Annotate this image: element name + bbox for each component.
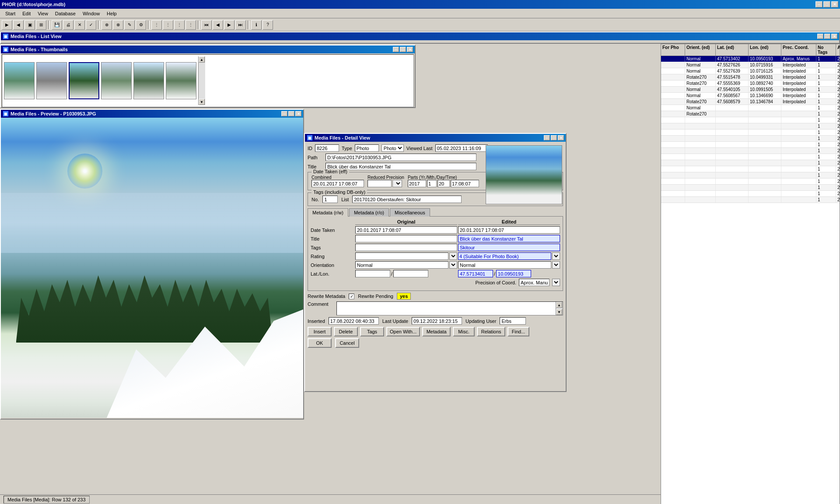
app-close-button[interactable]: ✕ (831, 1, 838, 7)
grid-cell[interactable]: 1 (816, 56, 836, 62)
relations-button[interactable]: Relations (477, 327, 505, 336)
grid-cell[interactable]: 1 (816, 93, 836, 98)
grid-cell[interactable] (749, 117, 781, 123)
grid-cell[interactable]: 47.5608579 (716, 99, 749, 105)
grid-cell[interactable] (749, 191, 781, 196)
grid-cell[interactable] (749, 136, 781, 141)
comment-textarea[interactable] (337, 302, 556, 315)
find-button[interactable]: Find... (508, 327, 529, 336)
table-row[interactable]: 120180120 (661, 191, 840, 197)
grid-cell[interactable] (685, 148, 716, 154)
grid-cell[interactable] (781, 130, 816, 135)
table-row[interactable]: Rotate27047.555536910.0892740Interpolate… (661, 80, 840, 87)
grid-cell[interactable]: 1 (816, 185, 836, 190)
grid-cell[interactable]: Normal (685, 105, 716, 111)
precision-select[interactable] (552, 279, 560, 286)
grid-cell[interactable]: 47.5515478 (716, 74, 749, 80)
menu-view[interactable]: View (34, 10, 52, 17)
toolbar-btn-5[interactable]: 💾 (52, 20, 62, 30)
grid-cell[interactable]: 10.0950193 (749, 56, 781, 62)
grid-cell[interactable] (661, 136, 685, 141)
comment-scroll-down[interactable]: ▼ (556, 309, 562, 315)
tab-miscellaneous[interactable]: Miscellaneous (390, 208, 430, 217)
table-row[interactable]: 120180101 (661, 117, 840, 123)
toolbar-btn-nav-first[interactable]: ⏮ (201, 20, 212, 30)
grid-cell[interactable] (685, 178, 716, 184)
grid-cell[interactable]: 20180120 (836, 197, 840, 203)
grid-cell[interactable] (661, 74, 685, 80)
grid-cell[interactable] (661, 117, 685, 123)
grid-cell[interactable] (716, 123, 749, 129)
updating-user-input[interactable] (500, 317, 526, 325)
rating-edited-select[interactable] (552, 252, 560, 260)
year-input[interactable] (408, 180, 426, 187)
grid-cell[interactable] (661, 185, 685, 190)
table-row[interactable]: 120180120 (661, 154, 840, 160)
grid-cell[interactable] (685, 136, 716, 141)
grid-cell[interactable]: Interpolated (781, 93, 816, 98)
cancel-button[interactable]: Cancel (335, 338, 359, 348)
grid-cell[interactable]: 47.5608567 (716, 93, 749, 98)
rating-orig-select[interactable] (449, 252, 457, 260)
path-input[interactable] (326, 154, 476, 161)
grid-cell[interactable] (781, 166, 816, 172)
toolbar-btn-nav-next[interactable]: ▶ (224, 20, 234, 30)
tags-edited-input[interactable] (458, 244, 560, 251)
grid-cell[interactable]: 47.5540105 (716, 87, 749, 92)
grid-cell[interactable] (716, 130, 749, 135)
orientation-edited-input[interactable] (458, 261, 551, 269)
table-row[interactable]: Rotate27047.551547810.0499331Interpolate… (661, 74, 840, 80)
grid-cell[interactable]: Interpolated (781, 80, 816, 86)
insert-button[interactable]: Insert (308, 327, 332, 336)
list-view-minimize[interactable]: ─ (817, 34, 823, 39)
grid-cell[interactable]: 1 (816, 148, 836, 154)
grid-cell[interactable]: 47.5713402 (716, 56, 749, 62)
grid-cell[interactable] (661, 130, 685, 135)
grid-cell[interactable] (716, 160, 749, 166)
tab-metadata-rw[interactable]: Metadata (r/w) (308, 208, 348, 217)
grid-cell[interactable] (661, 148, 685, 154)
inserted-input[interactable] (329, 317, 379, 325)
table-row[interactable]: Normal47.554010510.0991505Interpolated12… (661, 87, 840, 93)
grid-cell[interactable]: 20170120 (836, 68, 840, 74)
grid-cell[interactable] (716, 197, 749, 203)
grid-cell[interactable]: Interpolated (781, 99, 816, 105)
grid-cell[interactable]: 20180120 (836, 166, 840, 172)
lon-edited-input[interactable] (496, 270, 531, 277)
grid-cell[interactable] (781, 197, 816, 203)
toolbar-btn-13[interactable]: ⋮ (151, 20, 162, 30)
grid-cell[interactable] (716, 111, 749, 117)
lon-orig-input[interactable] (393, 270, 428, 277)
grid-cell[interactable]: Normal (685, 93, 716, 98)
detail-close[interactable]: ✕ (558, 135, 564, 140)
grid-cell[interactable]: 1 (816, 68, 836, 74)
toolbar-btn-8[interactable]: ✓ (86, 20, 96, 30)
table-row[interactable]: Normal47.560856710.1346690Interpolated12… (661, 93, 840, 99)
combined-input[interactable] (312, 180, 364, 187)
table-row[interactable]: 120180101 (661, 142, 840, 148)
lat-orig-input[interactable] (355, 270, 390, 277)
grid-cell[interactable] (749, 148, 781, 154)
grid-cell[interactable]: Aprox. Manus (781, 56, 816, 62)
id-input[interactable] (315, 144, 339, 152)
tags-button[interactable]: Tags (360, 327, 384, 336)
grid-cell[interactable] (661, 87, 685, 92)
grid-cell[interactable] (661, 142, 685, 147)
thumbnails-close[interactable]: ✕ (407, 47, 413, 52)
table-row[interactable]: 120180101 (661, 130, 840, 136)
grid-cell[interactable]: 20180101 (836, 117, 840, 123)
grid-cell[interactable] (781, 105, 816, 111)
menu-database[interactable]: Database (52, 10, 79, 17)
grid-cell[interactable]: 20180101 (836, 123, 840, 129)
grid-cell[interactable] (661, 123, 685, 129)
grid-cell[interactable] (685, 117, 716, 123)
grid-cell[interactable]: 20180120 (836, 185, 840, 190)
grid-cell[interactable]: 1 (816, 123, 836, 129)
month-input[interactable] (427, 180, 437, 187)
grid-cell[interactable]: 20170120 (836, 56, 840, 62)
toolbar-btn-nav-last[interactable]: ⏭ (235, 20, 246, 30)
grid-cell[interactable] (716, 142, 749, 147)
grid-cell[interactable]: 1 (816, 74, 836, 80)
grid-cell[interactable]: Interpolated (781, 62, 816, 68)
detail-maximize[interactable]: □ (551, 135, 557, 140)
